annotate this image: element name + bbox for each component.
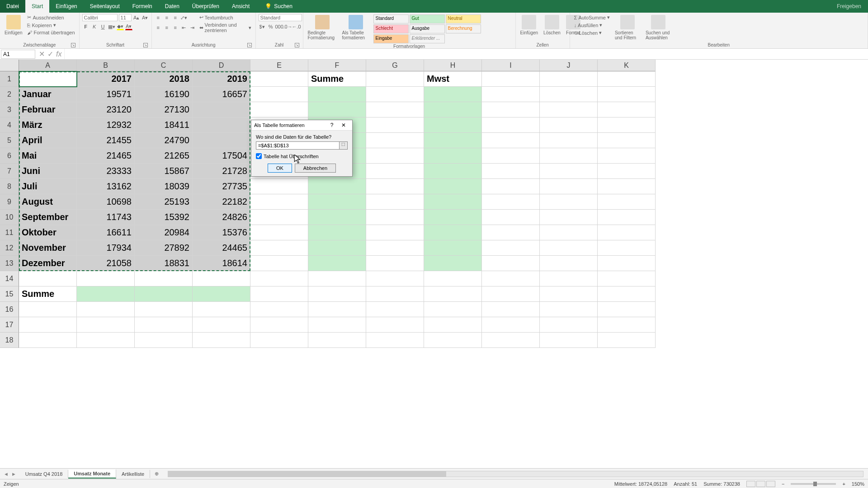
row-header-18[interactable]: 18 <box>0 333 19 348</box>
cell-B10[interactable]: 11743 <box>77 210 135 225</box>
wrap-text-button[interactable]: ↩Textumbruch <box>198 14 253 21</box>
cell-H1[interactable]: Mwst <box>424 71 482 87</box>
cell-I18[interactable] <box>482 333 540 348</box>
style-input[interactable]: Eingabe <box>373 34 409 43</box>
cell-J3[interactable] <box>540 102 598 117</box>
fill-button[interactable]: ↓Ausfüllen ▾ <box>573 22 611 28</box>
row-header-5[interactable]: 5 <box>0 133 19 148</box>
cell-K9[interactable] <box>598 194 656 210</box>
col-header-B[interactable]: B <box>77 60 135 71</box>
cell-F2[interactable] <box>308 87 366 102</box>
cell-H2[interactable] <box>424 87 482 102</box>
cell-J17[interactable] <box>540 317 598 333</box>
cell-I15[interactable] <box>482 286 540 302</box>
cell-A10[interactable]: September <box>19 210 77 225</box>
clear-button[interactable]: ◇Löschen ▾ <box>573 29 611 36</box>
cell-I10[interactable] <box>482 210 540 225</box>
find-select-button[interactable]: Suchen und Auswählen <box>644 14 673 41</box>
cell-K8[interactable] <box>598 179 656 194</box>
cell-K7[interactable] <box>598 164 656 179</box>
comma-icon[interactable]: 000 <box>276 23 283 30</box>
sheet-tab-1[interactable]: Umsatz Monate <box>68 469 116 479</box>
style-good[interactable]: Gut <box>410 14 445 23</box>
cell-B5[interactable]: 21455 <box>77 133 135 148</box>
cell-H7[interactable] <box>424 164 482 179</box>
cell-A3[interactable]: Februar <box>19 102 77 117</box>
cell-C18[interactable] <box>135 333 193 348</box>
cell-J5[interactable] <box>540 133 598 148</box>
cell-H14[interactable] <box>424 271 482 286</box>
cell-F11[interactable] <box>308 225 366 240</box>
row-header-13[interactable]: 13 <box>0 256 19 271</box>
cell-B16[interactable] <box>77 302 135 317</box>
currency-icon[interactable]: $▾ <box>259 23 266 30</box>
cell-H6[interactable] <box>424 148 482 164</box>
cell-G17[interactable] <box>366 317 424 333</box>
cell-F9[interactable] <box>308 194 366 210</box>
cell-I16[interactable] <box>482 302 540 317</box>
cell-C10[interactable]: 15392 <box>135 210 193 225</box>
align-right-icon[interactable]: ≡ <box>172 24 179 31</box>
cell-D15[interactable] <box>193 286 250 302</box>
cell-G5[interactable] <box>366 133 424 148</box>
cell-K1[interactable] <box>598 71 656 87</box>
cell-A13[interactable]: Dezember <box>19 256 77 271</box>
cell-B13[interactable]: 21058 <box>77 256 135 271</box>
align-top-icon[interactable]: ≡ <box>155 14 162 21</box>
decrease-font-icon[interactable]: A▾ <box>142 14 149 21</box>
share-button[interactable]: Freigeben <box>837 3 861 9</box>
cell-B15[interactable] <box>77 286 135 302</box>
cell-F15[interactable] <box>308 286 366 302</box>
cell-H10[interactable] <box>424 210 482 225</box>
cell-J18[interactable] <box>540 333 598 348</box>
cell-J8[interactable] <box>540 179 598 194</box>
cell-B14[interactable] <box>77 271 135 286</box>
row-header-7[interactable]: 7 <box>0 164 19 179</box>
cell-K10[interactable] <box>598 210 656 225</box>
horizontal-scrollbar[interactable] <box>168 471 863 477</box>
cell-C11[interactable]: 20984 <box>135 225 193 240</box>
name-box[interactable] <box>1 50 35 59</box>
cell-C15[interactable] <box>135 286 193 302</box>
align-left-icon[interactable]: ≡ <box>155 24 162 31</box>
cell-I11[interactable] <box>482 225 540 240</box>
cell-I1[interactable] <box>482 71 540 87</box>
cell-C6[interactable]: 21265 <box>135 148 193 164</box>
cell-E9[interactable] <box>250 194 308 210</box>
cell-F3[interactable] <box>308 102 366 117</box>
cell-J2[interactable] <box>540 87 598 102</box>
range-selector-button[interactable]: ⬚ <box>340 141 348 150</box>
cell-E13[interactable] <box>250 256 308 271</box>
tab-file[interactable]: Datei <box>0 0 25 13</box>
cell-I8[interactable] <box>482 179 540 194</box>
copy-button[interactable]: ⎘Kopieren ▾ <box>26 22 76 28</box>
cell-G15[interactable] <box>366 286 424 302</box>
format-as-table-button[interactable]: Als Tabelle formatieren <box>340 14 371 41</box>
cell-A8[interactable]: Juli <box>19 179 77 194</box>
col-header-C[interactable]: C <box>135 60 193 71</box>
cell-D18[interactable] <box>193 333 250 348</box>
style-standard[interactable]: Standard <box>373 14 409 23</box>
cell-G16[interactable] <box>366 302 424 317</box>
align-bottom-icon[interactable]: ≡ <box>172 14 179 21</box>
add-sheet-button[interactable]: ⊕ <box>150 471 163 477</box>
cell-J15[interactable] <box>540 286 598 302</box>
cell-A5[interactable]: April <box>19 133 77 148</box>
cell-F16[interactable] <box>308 302 366 317</box>
cancel-formula-icon[interactable]: ✕ <box>39 50 45 58</box>
cell-H18[interactable] <box>424 333 482 348</box>
col-header-G[interactable]: G <box>366 60 424 71</box>
cell-K11[interactable] <box>598 225 656 240</box>
font-name-select[interactable]: Calibri <box>82 14 118 21</box>
cell-B7[interactable]: 23333 <box>77 164 135 179</box>
cell-D13[interactable]: 18614 <box>193 256 250 271</box>
col-header-J[interactable]: J <box>540 60 598 71</box>
style-bad[interactable]: Schlecht <box>373 24 409 33</box>
cell-D3[interactable] <box>193 102 250 117</box>
cell-G13[interactable] <box>366 256 424 271</box>
sheet-tab-2[interactable]: Artikelliste <box>116 470 150 478</box>
cell-E8[interactable] <box>250 179 308 194</box>
tab-insert[interactable]: Einfügen <box>49 0 83 13</box>
cell-C8[interactable]: 18039 <box>135 179 193 194</box>
indent-decrease-icon[interactable]: ⇤ <box>180 24 188 31</box>
